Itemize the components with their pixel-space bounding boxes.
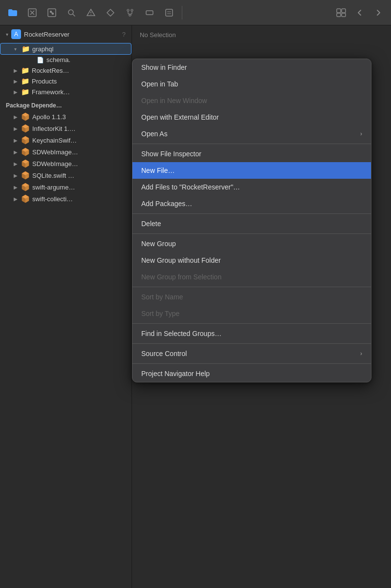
package-cube-icon xyxy=(21,159,30,168)
folder-toolbar-icon[interactable] xyxy=(4,4,22,21)
submenu-arrow-icon: › xyxy=(360,130,362,137)
project-help-icon: ? xyxy=(122,31,126,38)
package-cube-icon xyxy=(21,183,30,191)
menu-item-delete[interactable]: Delete xyxy=(132,215,371,232)
menu-separator xyxy=(132,287,371,287)
folder-icon-4: 📁 xyxy=(21,88,29,96)
menu-item-open-in-new-window: Open in New Window xyxy=(132,92,371,109)
submenu-arrow-icon: › xyxy=(360,350,362,357)
pkg-chevron-icon: ▶ xyxy=(14,126,19,131)
svg-rect-2 xyxy=(50,11,52,13)
menu-item-new-group-from-selection: New Group from Selection xyxy=(132,269,371,285)
svg-point-8 xyxy=(129,14,131,16)
menu-item-label: Find in Selected Groups… xyxy=(141,330,221,337)
package-item[interactable]: ▶ swift-collecti… xyxy=(0,193,131,205)
pkg-name: swift-collecti… xyxy=(32,195,73,203)
pkg-chevron-icon: ▶ xyxy=(14,149,19,155)
svg-point-5 xyxy=(90,14,91,15)
package-item[interactable]: ▶ SDWebImage… xyxy=(0,158,131,169)
graphql-label: graphql xyxy=(32,45,53,53)
menu-item-show-file-inspector[interactable]: Show File Inspector xyxy=(132,146,371,162)
back-toolbar-icon[interactable] xyxy=(351,4,369,21)
project-chevron-icon: ▾ xyxy=(6,32,8,37)
menu-item-source-control[interactable]: Source Control › xyxy=(132,345,371,362)
schema-file-item[interactable]: ▶ 📄 schema. xyxy=(0,55,131,65)
search-toolbar-icon[interactable] xyxy=(63,4,80,21)
warning-toolbar-icon[interactable] xyxy=(82,4,100,21)
rect-toolbar-icon[interactable] xyxy=(141,4,158,21)
frameworks-label: Framework… xyxy=(32,88,70,96)
menu-item-label: New Group xyxy=(141,240,176,248)
menu-item-open-as[interactable]: Open As › xyxy=(132,126,371,142)
package-item[interactable]: ▶ SQLite.swift … xyxy=(0,169,131,181)
menu-item-open-with-external-editor[interactable]: Open with External Editor xyxy=(132,109,371,126)
menu-item-find-in-selected-groups[interactable]: Find in Selected Groups… xyxy=(132,325,371,342)
package-cube-icon xyxy=(21,124,30,133)
frameworks-chevron-icon: ▶ xyxy=(14,89,19,95)
file-icon: 📄 xyxy=(37,57,44,63)
svg-rect-11 xyxy=(337,9,341,13)
products-folder-item[interactable]: ▶ 📁 Products xyxy=(0,76,131,86)
pkg-name: Apollo 1.1.3 xyxy=(32,113,66,121)
svg-point-6 xyxy=(127,9,129,11)
menu-item-label: Source Control xyxy=(141,350,187,357)
hierarchy-toolbar-icon[interactable] xyxy=(43,4,61,21)
package-cube-icon xyxy=(21,112,30,121)
menu-item-show-in-finder[interactable]: Show in Finder xyxy=(132,59,371,76)
svg-rect-3 xyxy=(52,13,54,15)
grid-toolbar-icon[interactable] xyxy=(332,4,350,21)
rocketres-folder-item[interactable]: ▶ 📁 RocketRes… xyxy=(0,65,131,76)
svg-rect-9 xyxy=(146,11,153,15)
pkg-chevron-icon: ▶ xyxy=(14,196,19,202)
menu-item-open-in-tab[interactable]: Open in Tab xyxy=(132,76,371,92)
context-menu: Show in Finder Open in Tab Open in New W… xyxy=(132,59,371,382)
project-name: RocketReserver xyxy=(24,31,119,38)
products-label: Products xyxy=(32,78,57,85)
toolbar xyxy=(0,0,391,25)
package-list: ▶ Apollo 1.1.3 ▶ InflectorKit 1.… ▶ Keyc… xyxy=(0,111,131,205)
menu-item-label: Show File Inspector xyxy=(141,150,201,158)
menu-separator xyxy=(132,363,371,364)
menu-item-label: Open As xyxy=(141,130,168,138)
graphql-folder-item[interactable]: ▾ 📁 graphql xyxy=(0,43,131,55)
frameworks-folder-item[interactable]: ▶ 📁 Framework… xyxy=(0,86,131,97)
menu-item-label: Sort by Type xyxy=(141,310,179,317)
pkg-name: KeychainSwif… xyxy=(32,137,77,144)
no-selection-text: No Selection xyxy=(140,31,176,39)
sidebar: ▾ A RocketReserver ? ▾ 📁 graphql ▶ 📄 sch… xyxy=(0,25,132,588)
folder-icon-2: 📁 xyxy=(21,66,29,74)
forward-toolbar-icon[interactable] xyxy=(369,4,387,21)
package-item[interactable]: ▶ InflectorKit 1.… xyxy=(0,123,131,134)
schema-label: schema. xyxy=(46,56,70,63)
menu-item-add-files[interactable]: Add Files to "RocketReserver"… xyxy=(132,179,371,195)
package-item[interactable]: ▶ KeychainSwif… xyxy=(0,134,131,146)
pkg-chevron-icon: ▶ xyxy=(14,173,19,178)
menu-item-sort-by-type: Sort by Type xyxy=(132,305,371,322)
package-item[interactable]: ▶ Apollo 1.1.3 xyxy=(0,111,131,123)
pkg-name: swift-argume… xyxy=(32,184,75,191)
package-item[interactable]: ▶ SDWebImage… xyxy=(0,146,131,158)
products-chevron-icon: ▶ xyxy=(14,79,19,84)
list-toolbar-icon[interactable] xyxy=(160,4,178,21)
rocketres-chevron-icon: ▶ xyxy=(14,68,19,73)
menu-separator xyxy=(132,233,371,234)
menu-item-add-packages[interactable]: Add Packages… xyxy=(132,195,371,212)
menu-item-sort-by-name: Sort by Name xyxy=(132,289,371,305)
menu-item-new-file[interactable]: New File… xyxy=(132,162,371,179)
project-header[interactable]: ▾ A RocketReserver ? xyxy=(0,25,131,43)
pkg-name: SDWebImage… xyxy=(32,160,78,168)
toolbar-divider xyxy=(182,6,182,20)
menu-separator xyxy=(132,213,371,214)
menu-item-new-group[interactable]: New Group xyxy=(132,235,371,252)
menu-item-label: New Group from Selection xyxy=(141,273,221,281)
x-toolbar-icon[interactable] xyxy=(23,4,41,21)
menu-item-new-group-without-folder[interactable]: New Group without Folder xyxy=(132,252,371,269)
menu-separator xyxy=(132,343,371,344)
package-item[interactable]: ▶ swift-argume… xyxy=(0,181,131,193)
pkg-name: InflectorKit 1.… xyxy=(32,125,76,132)
menu-item-project-navigator-help[interactable]: Project Navigator Help xyxy=(132,365,371,382)
menu-item-label: Add Packages… xyxy=(141,200,192,208)
merge-toolbar-icon[interactable] xyxy=(121,4,139,21)
menu-item-label: Sort by Name xyxy=(141,293,183,301)
diamond-toolbar-icon[interactable] xyxy=(102,4,119,21)
